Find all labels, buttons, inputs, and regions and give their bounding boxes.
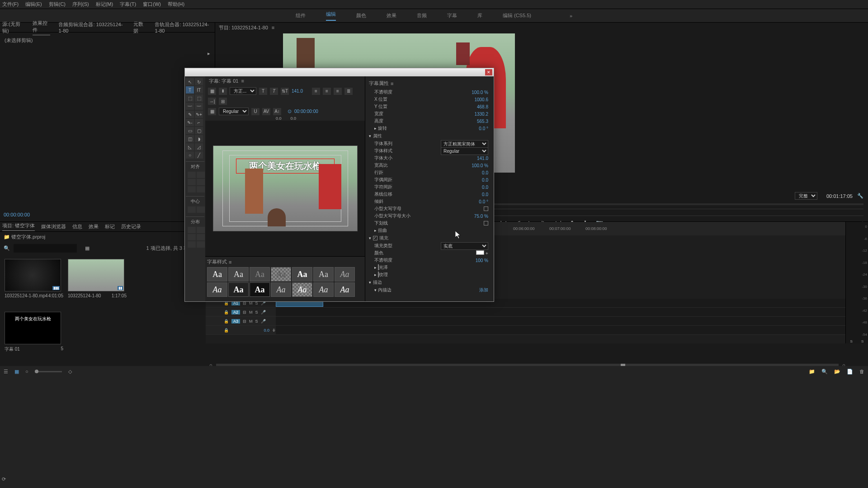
history-tab[interactable]: 历史记录 <box>121 223 141 230</box>
prop-baseline-value[interactable]: 0.0 <box>482 192 488 197</box>
find-icon[interactable]: 🔍 <box>821 369 828 375</box>
ws-more-icon[interactable]: » <box>570 13 572 19</box>
opacity-value[interactable]: 100.0 % <box>472 90 488 95</box>
dist-h-icon[interactable] <box>188 227 196 233</box>
new-title-icon[interactable]: ▦ <box>208 108 216 115</box>
zoom-fit-select[interactable]: 完整 <box>795 192 817 200</box>
width-value[interactable]: 1330.2 <box>474 112 488 117</box>
triangle-icon[interactable]: ◿ <box>195 143 203 150</box>
style-swatch[interactable]: Aa <box>313 267 334 282</box>
panel-menu-icon[interactable]: ≡ <box>229 259 231 265</box>
media-browser-tab[interactable]: 媒体浏览器 <box>41 223 66 230</box>
style-swatch[interactable]: Aa <box>250 267 270 282</box>
menu-clip[interactable]: 剪辑(C) <box>49 1 66 8</box>
bold-icon[interactable]: T <box>259 88 267 95</box>
style-swatch[interactable]: Aa <box>207 267 227 282</box>
ws-color[interactable]: 颜色 <box>356 12 366 19</box>
menu-window[interactable]: 窗口(W) <box>143 1 161 8</box>
align-left-icon[interactable] <box>188 172 196 178</box>
project-search-input[interactable] <box>14 244 77 253</box>
dist-3-icon[interactable] <box>188 234 196 240</box>
markers-tab[interactable]: 标记 <box>105 223 115 230</box>
vtype-tool-icon[interactable]: IT <box>195 86 203 94</box>
style-swatch[interactable]: Aa <box>207 282 227 297</box>
style-swatch[interactable]: Aa <box>335 282 355 297</box>
roll-icon[interactable]: ⬍ <box>219 88 227 95</box>
center-v-icon[interactable] <box>197 206 205 213</box>
dialog-titlebar[interactable]: ✕ <box>185 68 494 76</box>
bin-icon[interactable]: 📁 <box>4 234 10 239</box>
info-tab[interactable]: 信息 <box>72 223 82 230</box>
add-anchor-icon[interactable]: ✎+ <box>195 111 203 118</box>
underline-checkbox[interactable] <box>484 221 488 225</box>
cliprect-icon[interactable]: ◫ <box>186 135 194 142</box>
roundrect-icon[interactable]: ▢ <box>195 127 203 134</box>
menu-file[interactable]: 文件(F) <box>2 1 19 8</box>
align-top-icon[interactable] <box>188 179 196 185</box>
prop-kerning-value[interactable]: 0.0 <box>482 178 488 183</box>
effects-tab[interactable]: 效果 <box>89 223 99 230</box>
height-value[interactable]: 565.3 <box>477 119 488 124</box>
fillcolor-swatch[interactable] <box>476 250 484 255</box>
track-a3[interactable]: 🔒A3⊟MS🎤 <box>206 317 845 326</box>
program-tab[interactable]: 节目: 103225124-1-80 <box>219 24 268 31</box>
prop-aspect-value[interactable]: 100.0 % <box>472 163 488 168</box>
italic-icon[interactable]: T <box>270 88 278 95</box>
wrench-icon[interactable]: 🔧 <box>857 193 863 199</box>
filltype-select[interactable]: 实底 <box>441 242 488 250</box>
titler-tab[interactable]: 字幕: 字幕 01 <box>209 78 238 84</box>
bin-item[interactable]: 两个美女在玩水枪 字幕 015 <box>5 312 63 361</box>
bin-item[interactable]: ▮▮▮ 103225124-1-80.mp44:01:05 <box>5 259 63 307</box>
bin-item[interactable]: ▮▮ 103225124-1-801:17:05 <box>68 259 127 307</box>
ws-library[interactable]: 库 <box>477 12 482 19</box>
title-canvas-area[interactable]: 两个美女在玩水枪 <box>205 121 365 256</box>
font-family-select[interactable]: 方正... <box>230 87 256 95</box>
font-style-select[interactable]: Regular <box>219 108 249 115</box>
type-tool-icon[interactable]: T <box>186 86 194 94</box>
fillopacity-value[interactable]: 100 % <box>476 258 488 263</box>
dist-6-icon[interactable] <box>197 241 205 248</box>
ws-audio[interactable]: 音频 <box>417 12 427 19</box>
varea-type-icon[interactable]: ⬚ <box>195 94 203 102</box>
align-left-text-icon[interactable]: ≡ <box>312 88 320 95</box>
show-video-icon[interactable]: ⊞ <box>219 98 227 105</box>
close-icon[interactable]: ✕ <box>485 69 492 75</box>
prop-fontstyle-select[interactable]: Regular <box>441 147 488 155</box>
dist-5-icon[interactable] <box>188 241 196 248</box>
dist-4-icon[interactable] <box>197 234 205 240</box>
align-center-text-icon[interactable]: ≡ <box>323 88 331 95</box>
filter-bin-icon[interactable]: ▦ <box>85 245 90 251</box>
dist-v-icon[interactable] <box>197 227 205 233</box>
align-bottom-icon[interactable] <box>197 179 205 185</box>
xpos-value[interactable]: 1000.6 <box>474 97 488 102</box>
fill-checkbox[interactable] <box>373 236 377 240</box>
ellipse-icon[interactable]: ○ <box>186 151 194 159</box>
style-swatch[interactable]: Aa <box>292 282 312 297</box>
new-bin-icon[interactable]: 📁 <box>809 369 815 375</box>
ws-titles[interactable]: 字幕 <box>447 12 457 19</box>
panel-menu-icon[interactable]: ≡ <box>241 78 244 84</box>
stroke-section[interactable]: 描边 <box>373 279 382 286</box>
panel-menu-icon[interactable]: ≡ <box>272 25 274 30</box>
eyedropper-icon[interactable]: ⌖ <box>486 251 488 256</box>
smallcaps-checkbox[interactable] <box>484 206 488 211</box>
leading-icon[interactable]: A↕ <box>273 108 281 115</box>
menu-subtitle[interactable]: 字幕(T) <box>120 1 136 8</box>
background-timecode[interactable]: 00:00:00:00 <box>294 109 318 114</box>
prop-slant-value[interactable]: 0.0 ° <box>479 199 488 204</box>
font-size-value[interactable]: 141.0 <box>292 89 303 94</box>
ws-assembly[interactable]: 组件 <box>296 12 306 19</box>
path-type-icon[interactable]: 〰 <box>186 103 194 110</box>
center-h-icon[interactable] <box>188 206 196 213</box>
select-tool-icon[interactable]: ↖ <box>186 78 194 85</box>
kerning-icon[interactable]: AV <box>262 108 270 115</box>
menu-help[interactable]: 帮助(H) <box>168 1 184 8</box>
prop-tracking-value[interactable]: 0.0 <box>482 185 488 190</box>
arc-icon[interactable]: ◺ <box>186 143 194 150</box>
line-icon[interactable]: ╱ <box>195 151 203 159</box>
style-swatch[interactable]: Aa <box>228 267 249 282</box>
source-tab-audioclipmixer[interactable]: 音频剪辑混合器: 103225124-1-80 <box>58 21 125 33</box>
wedge-icon[interactable]: ◗ <box>195 135 203 142</box>
rotate-tool-icon[interactable]: ↻ <box>195 78 203 85</box>
ypos-value[interactable]: 468.8 <box>477 104 488 109</box>
